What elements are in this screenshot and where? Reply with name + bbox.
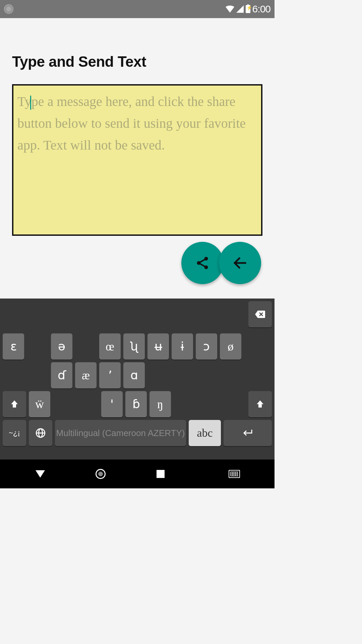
key-saltillo[interactable]: ꞌ (101, 391, 123, 417)
key-dhook[interactable]: ɗ (51, 362, 72, 388)
globe-icon (35, 427, 46, 439)
key-ubar[interactable]: ʉ (147, 333, 169, 360)
nav-recent-button[interactable] (150, 470, 171, 478)
key-shift-left[interactable] (3, 391, 26, 417)
key-spacebar[interactable]: Multilingual (Cameroon AZERTY) (55, 420, 186, 446)
key-epsilon[interactable]: ɛ (3, 333, 24, 360)
key-empty (53, 391, 74, 417)
key-ibar[interactable]: ɨ (172, 333, 193, 360)
text-cursor (30, 96, 31, 110)
key-eng[interactable]: ŋ (149, 391, 171, 417)
battery-charging-icon (246, 5, 250, 13)
nav-back-button[interactable] (30, 470, 50, 478)
status-bar: 6:00 (0, 0, 275, 18)
triangle-down-icon (36, 470, 45, 478)
key-empty (77, 391, 99, 417)
circle-icon (96, 469, 106, 479)
keyboard-icon (229, 470, 240, 478)
enter-icon (242, 428, 254, 438)
soft-keyboard: ɛ ə œ ʯ ʉ ɨ ɔ ø ɗ æ ʼ ɑ ẅ ꞌ ɓ ŋ ~¿¡ (0, 299, 275, 460)
key-empty (174, 391, 246, 417)
backspace-icon (254, 310, 266, 319)
system-nav-bar (0, 460, 275, 488)
key-empty (27, 333, 48, 360)
key-language[interactable] (29, 420, 52, 446)
main-content: Type and Send Text Type a message here, … (0, 53, 275, 284)
status-left (4, 4, 13, 14)
svg-line-3 (200, 259, 205, 262)
shift-icon (255, 399, 265, 409)
key-enter[interactable] (224, 420, 272, 446)
wifi-icon (226, 5, 234, 13)
key-oe[interactable]: œ (99, 333, 121, 360)
fab-container (12, 242, 262, 284)
key-empty (147, 362, 272, 388)
message-placeholder: Type a message here, and click the share… (17, 91, 257, 156)
square-icon (157, 470, 165, 478)
key-ostroke[interactable]: ø (220, 333, 241, 360)
key-abc-mode[interactable]: abc (189, 420, 221, 446)
key-alpha[interactable]: ɑ (123, 362, 145, 388)
key-symbols[interactable]: ~¿¡ (3, 420, 26, 446)
key-backspace[interactable] (248, 301, 272, 327)
key-wdiaeresis[interactable]: ẅ (29, 391, 50, 417)
key-empty (75, 333, 97, 360)
key-bhook[interactable]: ɓ (125, 391, 147, 417)
status-right: 6:00 (226, 3, 270, 15)
nav-keyboard-button[interactable] (224, 470, 244, 478)
key-shift-right[interactable] (248, 391, 272, 417)
share-icon (195, 256, 210, 270)
share-button[interactable] (181, 242, 224, 284)
key-empty (27, 362, 48, 388)
svg-line-4 (200, 264, 205, 267)
key-openo[interactable]: ɔ (196, 333, 217, 360)
loading-spinner-icon (4, 4, 13, 14)
key-schwa[interactable]: ə (51, 333, 72, 360)
cell-signal-icon (236, 5, 244, 13)
nav-home-button[interactable] (90, 469, 111, 479)
shift-icon (9, 399, 19, 409)
status-clock: 6:00 (252, 3, 270, 15)
key-ae[interactable]: æ (75, 362, 97, 388)
key-apostrophe[interactable]: ʼ (99, 362, 121, 388)
key-yhook[interactable]: ʯ (123, 333, 145, 360)
arrow-left-icon (232, 255, 248, 271)
page-title: Type and Send Text (12, 53, 262, 70)
message-input[interactable]: Type a message here, and click the share… (12, 84, 262, 236)
back-button[interactable] (219, 242, 261, 284)
key-empty (3, 362, 24, 388)
